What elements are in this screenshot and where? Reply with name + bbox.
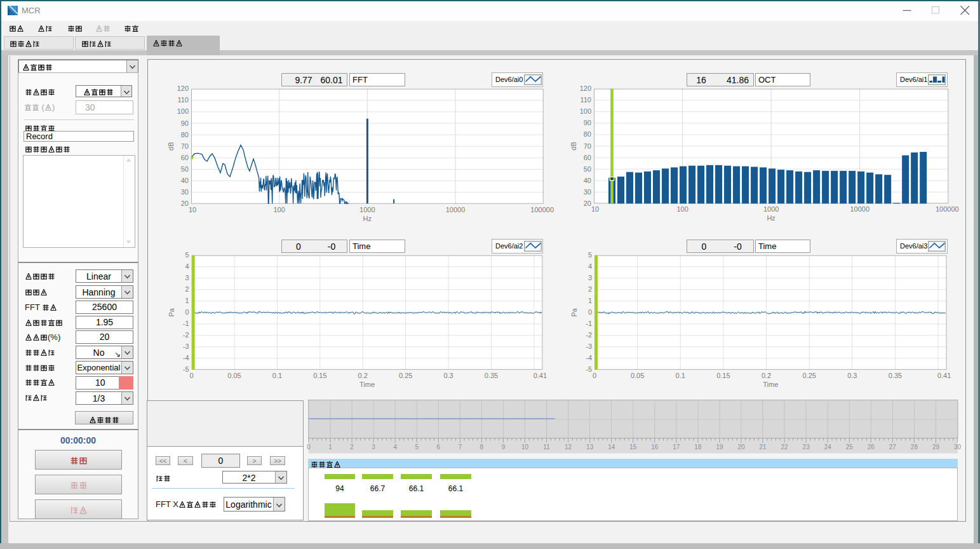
svg-text:0.41: 0.41 bbox=[534, 372, 547, 379]
svg-text:0.05: 0.05 bbox=[227, 372, 241, 379]
svg-text:0.15: 0.15 bbox=[313, 372, 326, 379]
svg-text:17: 17 bbox=[673, 444, 680, 451]
svg-text:-3: -3 bbox=[586, 342, 592, 350]
svg-text:12: 12 bbox=[565, 444, 572, 451]
svg-text:27: 27 bbox=[889, 444, 897, 451]
svg-text:-2: -2 bbox=[586, 331, 592, 339]
svg-text:15: 15 bbox=[629, 444, 637, 451]
svg-text:23: 23 bbox=[803, 444, 810, 451]
svg-text:0: 0 bbox=[185, 308, 189, 316]
svg-text:Time: Time bbox=[763, 381, 778, 388]
svg-text:120: 120 bbox=[580, 85, 591, 92]
svg-text:Time: Time bbox=[359, 381, 375, 388]
svg-text:80: 80 bbox=[181, 131, 189, 139]
svg-text:29: 29 bbox=[932, 444, 940, 451]
svg-text:10: 10 bbox=[591, 205, 599, 213]
svg-text:0.15: 0.15 bbox=[716, 372, 730, 379]
svg-text:Pa: Pa bbox=[168, 308, 175, 316]
svg-text:Hz: Hz bbox=[767, 214, 775, 222]
svg-text:3: 3 bbox=[185, 274, 189, 281]
svg-text:25: 25 bbox=[846, 444, 854, 451]
svg-text:80: 80 bbox=[584, 130, 591, 138]
svg-text:22: 22 bbox=[781, 444, 789, 451]
svg-text:90: 90 bbox=[584, 119, 591, 126]
svg-text:0.25: 0.25 bbox=[399, 372, 412, 379]
svg-text:13: 13 bbox=[586, 444, 594, 451]
svg-text:0.35: 0.35 bbox=[485, 372, 498, 379]
svg-text:100000: 100000 bbox=[530, 206, 554, 214]
svg-text:100000: 100000 bbox=[936, 205, 959, 213]
svg-text:11: 11 bbox=[543, 444, 550, 451]
svg-text:1: 1 bbox=[185, 297, 189, 304]
svg-text:0.1: 0.1 bbox=[272, 372, 282, 379]
svg-text:7: 7 bbox=[459, 444, 462, 451]
svg-text:9: 9 bbox=[502, 444, 506, 451]
svg-text:0: 0 bbox=[593, 372, 596, 379]
svg-text:28: 28 bbox=[911, 444, 918, 451]
svg-text:20: 20 bbox=[181, 200, 189, 207]
svg-text:100: 100 bbox=[273, 206, 285, 214]
svg-text:24: 24 bbox=[824, 444, 832, 451]
svg-text:20: 20 bbox=[584, 200, 591, 207]
svg-text:30: 30 bbox=[954, 444, 962, 451]
svg-text:8: 8 bbox=[480, 444, 484, 451]
svg-text:19: 19 bbox=[716, 444, 723, 451]
svg-text:0: 0 bbox=[307, 444, 311, 451]
svg-text:4: 4 bbox=[588, 262, 592, 270]
svg-text:0.25: 0.25 bbox=[802, 372, 816, 379]
svg-text:0: 0 bbox=[190, 372, 194, 379]
svg-text:0.3: 0.3 bbox=[847, 372, 857, 379]
svg-text:40: 40 bbox=[584, 177, 591, 184]
svg-text:0: 0 bbox=[588, 308, 592, 316]
svg-text:4: 4 bbox=[393, 444, 397, 451]
svg-text:18: 18 bbox=[694, 444, 702, 451]
svg-text:20: 20 bbox=[737, 444, 745, 451]
svg-text:0.05: 0.05 bbox=[631, 372, 644, 379]
svg-text:100: 100 bbox=[676, 205, 688, 213]
svg-text:10000: 10000 bbox=[446, 206, 466, 214]
svg-text:60: 60 bbox=[181, 154, 189, 161]
svg-text:0.3: 0.3 bbox=[443, 372, 453, 379]
svg-text:5: 5 bbox=[588, 251, 592, 259]
svg-text:0.2: 0.2 bbox=[762, 372, 771, 379]
svg-text:10: 10 bbox=[189, 206, 196, 214]
svg-text:0.2: 0.2 bbox=[358, 372, 368, 379]
svg-text:70: 70 bbox=[584, 142, 591, 150]
svg-text:50: 50 bbox=[584, 165, 591, 173]
svg-text:dB: dB bbox=[570, 142, 577, 150]
svg-text:-2: -2 bbox=[183, 331, 189, 339]
svg-text:0.41: 0.41 bbox=[937, 372, 951, 379]
svg-text:120: 120 bbox=[177, 85, 189, 92]
svg-text:30: 30 bbox=[181, 188, 189, 196]
svg-text:30: 30 bbox=[584, 188, 591, 196]
svg-text:-5: -5 bbox=[183, 365, 189, 373]
svg-text:40: 40 bbox=[181, 177, 189, 184]
svg-text:Pa: Pa bbox=[570, 308, 578, 316]
svg-text:Hz: Hz bbox=[363, 215, 372, 222]
svg-text:6: 6 bbox=[437, 444, 441, 451]
svg-text:5: 5 bbox=[185, 251, 189, 259]
svg-text:4: 4 bbox=[185, 262, 189, 270]
svg-text:3: 3 bbox=[372, 444, 375, 451]
svg-text:0.1: 0.1 bbox=[676, 372, 685, 379]
svg-text:21: 21 bbox=[759, 444, 767, 451]
svg-text:26: 26 bbox=[868, 444, 875, 451]
svg-text:dB: dB bbox=[167, 142, 175, 151]
svg-text:90: 90 bbox=[181, 119, 189, 127]
svg-text:0.35: 0.35 bbox=[889, 372, 902, 379]
svg-text:100: 100 bbox=[177, 107, 189, 115]
svg-text:2: 2 bbox=[185, 285, 189, 293]
svg-text:16: 16 bbox=[651, 444, 659, 451]
svg-text:1: 1 bbox=[588, 297, 592, 304]
svg-text:100: 100 bbox=[580, 107, 591, 115]
svg-text:-5: -5 bbox=[586, 365, 592, 373]
svg-text:-3: -3 bbox=[183, 342, 189, 350]
svg-text:10: 10 bbox=[521, 444, 529, 451]
svg-text:2: 2 bbox=[350, 444, 354, 451]
svg-text:-1: -1 bbox=[183, 320, 189, 327]
svg-text:50: 50 bbox=[181, 165, 189, 173]
svg-text:3: 3 bbox=[588, 274, 592, 281]
svg-text:5: 5 bbox=[415, 444, 419, 451]
svg-text:10000: 10000 bbox=[850, 205, 869, 213]
svg-text:60: 60 bbox=[584, 154, 591, 161]
